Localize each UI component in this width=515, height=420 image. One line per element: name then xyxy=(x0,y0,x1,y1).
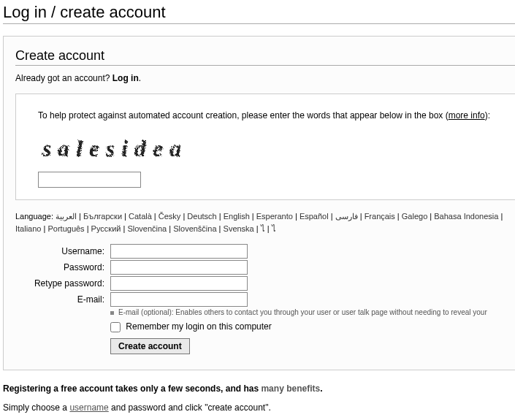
language-link[interactable]: فارسی xyxy=(335,212,358,221)
language-link[interactable]: Português xyxy=(47,224,84,233)
captcha-image: salesidea xyxy=(38,131,184,163)
login-prompt-text: Already got an account? xyxy=(15,73,112,83)
language-link[interactable]: ไ xyxy=(261,224,265,233)
language-link[interactable]: Català xyxy=(129,212,152,221)
captcha-more-info-link[interactable]: more info xyxy=(449,110,485,121)
svg-text:salesidea: salesidea xyxy=(41,134,180,161)
language-selector: Language: العربية | Български | Català |… xyxy=(15,210,512,234)
username-help-link[interactable]: username xyxy=(69,402,108,413)
retype-password-label: Retype password: xyxy=(15,275,109,291)
remember-checkbox[interactable] xyxy=(110,322,121,332)
email-input[interactable] xyxy=(110,292,248,307)
login-prompt: Already got an account? Log in. xyxy=(15,73,515,83)
signup-form: Username: Password: Retype password: E-m… xyxy=(15,243,489,355)
language-link[interactable]: ไ xyxy=(272,224,276,233)
language-link[interactable]: Deutsch xyxy=(187,212,216,221)
language-link[interactable]: Español xyxy=(300,212,329,221)
captcha-input[interactable] xyxy=(38,172,141,188)
language-link[interactable]: Русский xyxy=(91,224,121,233)
language-link[interactable]: Česky xyxy=(159,212,181,221)
language-link[interactable]: Slovenščina xyxy=(173,224,216,233)
language-link[interactable]: Bahasa Indonesia xyxy=(434,212,498,221)
password-input[interactable] xyxy=(110,260,248,275)
language-link[interactable]: Français xyxy=(365,212,395,221)
login-link[interactable]: Log in xyxy=(112,73,139,83)
language-link[interactable]: Galego xyxy=(402,212,427,221)
section-heading: Create account xyxy=(15,48,515,66)
language-label: Language: xyxy=(15,212,56,221)
email-note: E-mail (optional): Enables others to con… xyxy=(109,308,489,317)
retype-password-input[interactable] xyxy=(110,276,248,291)
page-title: Log in / create account xyxy=(3,3,515,24)
username-label: Username: xyxy=(15,243,109,259)
captcha-instruction: To help protect against automated accoun… xyxy=(38,110,512,121)
instruction-text: Simply choose a username and password an… xyxy=(3,402,515,413)
password-label: Password: xyxy=(15,259,109,275)
language-link[interactable]: Italiano xyxy=(15,224,41,233)
create-account-panel: Create account Already got an account? L… xyxy=(3,36,515,370)
username-input[interactable] xyxy=(110,244,248,259)
captcha-panel: To help protect against automated accoun… xyxy=(15,93,515,200)
benefits-link[interactable]: many benefits xyxy=(261,383,320,394)
language-link[interactable]: Esperanto xyxy=(256,212,293,221)
language-link[interactable]: Svenska xyxy=(224,224,254,233)
benefits-text: Registering a free account takes only a … xyxy=(3,383,515,394)
language-link[interactable]: Български xyxy=(83,212,122,221)
remember-label: Remember my login on this computer xyxy=(126,321,271,332)
email-label: E-mail: xyxy=(15,291,109,308)
language-link[interactable]: English xyxy=(224,212,250,221)
create-account-button[interactable]: Create account xyxy=(110,338,190,354)
language-link[interactable]: العربية xyxy=(56,212,77,221)
bullet-icon xyxy=(110,311,114,315)
language-link[interactable]: Slovenčina xyxy=(127,224,167,233)
